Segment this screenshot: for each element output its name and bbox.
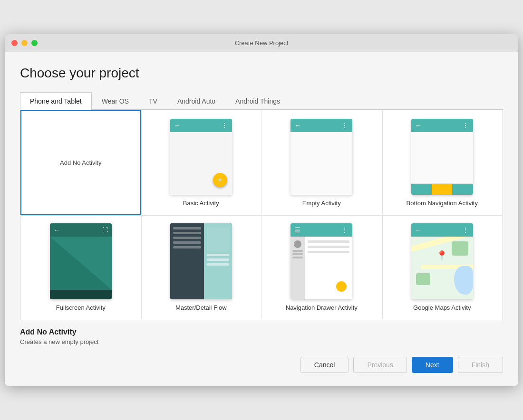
back-icon-2: ← <box>294 122 301 129</box>
minimize-button[interactable] <box>21 40 28 46</box>
fullscreen-preview: ← ⛶ <box>50 223 112 299</box>
svg-marker-0 <box>50 237 112 290</box>
page-heading: Choose your project <box>20 66 503 81</box>
bnav-item-1 <box>411 184 432 195</box>
basic-preview: ← ⋮ + <box>170 119 232 195</box>
activities-grid: Add No Activity ← ⋮ + Basic Activity <box>20 110 503 320</box>
previous-button[interactable]: Previous <box>353 357 407 373</box>
basic-activity-label: Basic Activity <box>183 200 219 207</box>
tab-bar: Phone and Tablet Wear OS TV Android Auto… <box>20 92 503 110</box>
maps-back-icon: ← <box>415 226 422 234</box>
google-maps-label: Google Maps Activity <box>413 304 471 311</box>
back-icon: ← <box>174 122 181 129</box>
fab-icon: + <box>213 173 227 187</box>
nav-drawer-label: Navigation Drawer Activity <box>286 304 358 311</box>
cancel-button[interactable]: Cancel <box>300 357 349 373</box>
overflow-icon-4: ⋮ <box>341 226 349 234</box>
fullscreen-label: Fullscreen Activity <box>56 304 106 311</box>
activity-nav-drawer[interactable]: ☰ ⋮ <box>262 215 382 320</box>
nd-fab <box>336 281 347 292</box>
master-detail-preview <box>170 223 232 299</box>
fs-expand-icon: ⛶ <box>102 227 108 233</box>
finish-button[interactable]: Finish <box>458 357 503 373</box>
maps-overflow-icon: ⋮ <box>462 226 469 234</box>
bnav-item-3 <box>452 184 473 195</box>
master-detail-label: Master/Detail Flow <box>175 304 227 311</box>
tab-tv[interactable]: TV <box>139 92 167 110</box>
footer: Cancel Previous Next Finish <box>20 351 503 377</box>
tab-android-things[interactable]: Android Things <box>225 92 290 110</box>
titlebar: Create New Project <box>5 34 518 52</box>
bottom-nav-preview: ← ⋮ <box>411 119 473 195</box>
maps-preview: ← ⋮ <box>411 223 473 299</box>
tab-wear-os[interactable]: Wear OS <box>92 92 139 110</box>
tab-phone-tablet[interactable]: Phone and Tablet <box>20 92 92 110</box>
activities-container: Add No Activity ← ⋮ + Basic Activity <box>20 110 503 320</box>
description-text: Creates a new empty project <box>20 338 503 345</box>
fs-dark-strip <box>50 290 112 299</box>
nav-drawer-preview: ☰ ⋮ <box>291 223 352 299</box>
maximize-button[interactable] <box>31 40 38 46</box>
overflow-icon: ⋮ <box>221 122 228 129</box>
activity-fullscreen[interactable]: ← ⛶ Fullscreen Activity <box>20 215 141 320</box>
main-content: Choose your project Phone and Tablet Wea… <box>5 52 518 386</box>
activity-basic[interactable]: ← ⋮ + Basic Activity <box>141 110 262 215</box>
close-button[interactable] <box>11 40 18 46</box>
empty-preview: ← ⋮ <box>291 119 352 195</box>
overflow-icon-2: ⋮ <box>341 122 349 129</box>
map-pin-icon: 📍 <box>436 250 448 261</box>
next-button[interactable]: Next <box>412 357 453 373</box>
fs-back-icon: ← <box>54 226 60 234</box>
activity-bottom-nav[interactable]: ← ⋮ Bottom Navigation Activity <box>382 110 503 215</box>
hamburger-icon: ☰ <box>294 226 300 234</box>
activity-google-maps[interactable]: ← ⋮ <box>382 215 503 320</box>
empty-activity-label: Empty Activity <box>302 200 341 207</box>
activity-master-detail[interactable]: Master/Detail Flow <box>141 215 262 320</box>
no-activity-label: Add No Activity <box>60 159 101 166</box>
activity-no-activity[interactable]: Add No Activity <box>20 110 141 215</box>
window-title: Create New Project <box>235 39 289 47</box>
back-icon-3: ← <box>415 122 422 129</box>
description-section: Add No Activity Creates a new empty proj… <box>20 320 503 351</box>
description-title: Add No Activity <box>20 328 503 336</box>
bottom-nav-label: Bottom Navigation Activity <box>407 200 478 207</box>
tab-android-auto[interactable]: Android Auto <box>167 92 225 110</box>
activity-empty[interactable]: ← ⋮ Empty Activity <box>262 110 382 215</box>
bnav-item-2 <box>432 184 452 195</box>
traffic-lights <box>11 40 38 46</box>
window: Create New Project Choose your project P… <box>5 34 518 386</box>
overflow-icon-3: ⋮ <box>462 122 469 129</box>
